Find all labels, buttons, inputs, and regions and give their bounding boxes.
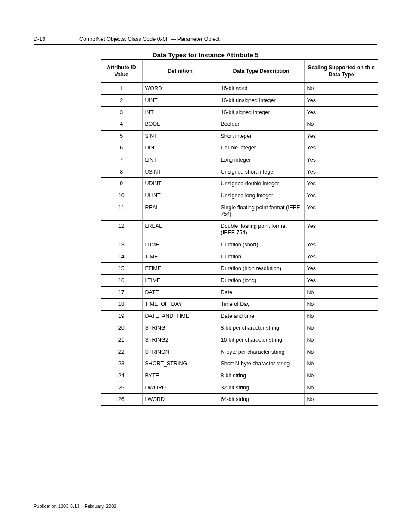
table-row: 22STRINGNN-byte per character stringNo	[101, 346, 378, 358]
cell-scaling: No	[304, 382, 378, 394]
cell-definition: DINT	[142, 142, 218, 154]
table-row: 24BYTE8-bit stringNo	[101, 370, 378, 382]
cell-attribute-id: 16	[101, 274, 142, 286]
publication-footer: Publication 1203-5.13 – February, 2002	[34, 504, 116, 509]
cell-description: Time of Day	[218, 299, 304, 311]
cell-definition: INT	[142, 106, 218, 118]
table-row: 15FTIMEDuration (high resolution)Yes	[101, 263, 378, 275]
cell-definition: BYTE	[142, 370, 218, 382]
cell-scaling: Yes	[304, 178, 378, 190]
cell-scaling: Yes	[304, 166, 378, 178]
table-row: 18TIME_OF_DAYTime of DayNo	[101, 299, 378, 311]
cell-attribute-id: 1	[101, 82, 142, 94]
table-row: 4BOOLBooleanNo	[101, 118, 378, 131]
cell-description: 16-bit per character string	[218, 334, 304, 346]
table-row: 14TIMEDurationYes	[101, 251, 378, 263]
cell-description: 16-bit signed integer	[218, 106, 304, 118]
cell-attribute-id: 2	[101, 94, 142, 106]
cell-scaling: No	[304, 394, 378, 406]
cell-definition: REAL	[142, 202, 218, 220]
table-row: 17DATEDateNo	[101, 286, 378, 299]
cell-definition: DATE	[142, 286, 218, 299]
cell-definition: STRING	[142, 322, 218, 334]
cell-attribute-id: 25	[101, 382, 142, 394]
table-row: 2UINT16-bit unsigned integerYes	[101, 94, 378, 106]
cell-description: Duration (short)	[218, 239, 304, 251]
cell-description: Unsigned double integer	[218, 178, 304, 190]
cell-scaling: Yes	[304, 106, 378, 118]
cell-scaling: No	[304, 82, 378, 94]
cell-attribute-id: 14	[101, 251, 142, 263]
cell-scaling: Yes	[304, 154, 378, 166]
cell-scaling: Yes	[304, 130, 378, 142]
cell-attribute-id: 3	[101, 106, 142, 118]
cell-description: Date	[218, 286, 304, 299]
cell-description: 32-bit string	[218, 382, 304, 394]
cell-definition: SHORT_STRING	[142, 358, 218, 370]
cell-scaling: Yes	[304, 94, 378, 106]
cell-scaling: No	[304, 370, 378, 382]
cell-description: 64-bit string	[218, 394, 304, 406]
cell-definition: USINT	[142, 166, 218, 178]
cell-attribute-id: 19	[101, 310, 142, 322]
table-row: 25DWORD32-bit stringNo	[101, 382, 378, 394]
cell-definition: LREAL	[142, 220, 218, 239]
cell-attribute-id: 26	[101, 394, 142, 406]
cell-definition: STRING2	[142, 334, 218, 346]
cell-attribute-id: 5	[101, 130, 142, 142]
table-row: 26LWORD64-bit stringNo	[101, 394, 378, 406]
cell-attribute-id: 6	[101, 142, 142, 154]
cell-definition: TIME	[142, 251, 218, 263]
cell-attribute-id: 8	[101, 166, 142, 178]
cell-description: Single floating point format (IEEE 754)	[218, 202, 304, 220]
cell-attribute-id: 9	[101, 178, 142, 190]
cell-attribute-id: 24	[101, 370, 142, 382]
table-row: 5SINTShort integerYes	[101, 130, 378, 142]
table-row: 20STRING8-bit per character stringNo	[101, 322, 378, 334]
cell-definition: WORD	[142, 82, 218, 94]
cell-attribute-id: 7	[101, 154, 142, 166]
cell-description: Boolean	[218, 118, 304, 131]
cell-description: Short N-byte character string	[218, 358, 304, 370]
cell-scaling: Yes	[304, 251, 378, 263]
cell-definition: UINT	[142, 94, 218, 106]
section-heading: ControlNet Objects: Class Code 0x0F — Pa…	[79, 36, 377, 42]
cell-attribute-id: 4	[101, 118, 142, 131]
cell-definition: UDINT	[142, 178, 218, 190]
cell-description: Date and time	[218, 310, 304, 322]
cell-description: 16-bit word	[218, 82, 304, 94]
table-row: 6DINTDouble integerYes	[101, 142, 378, 154]
cell-description: Short integer	[218, 130, 304, 142]
cell-definition: ULINT	[142, 190, 218, 202]
cell-scaling: No	[304, 310, 378, 322]
cell-description: Double floating point format (IEEE 754)	[218, 220, 304, 239]
table-row: 7LINTLong integerYes	[101, 154, 378, 166]
cell-attribute-id: 17	[101, 286, 142, 299]
cell-description: Duration (long)	[218, 274, 304, 286]
cell-definition: TIME_OF_DAY	[142, 299, 218, 311]
table-row: 10ULINTUnsigned long integerYes	[101, 190, 378, 202]
cell-scaling: No	[304, 286, 378, 299]
cell-scaling: No	[304, 118, 378, 131]
cell-description: 8-bit string	[218, 370, 304, 382]
cell-attribute-id: 20	[101, 322, 142, 334]
cell-scaling: Yes	[304, 274, 378, 286]
page-header: D-16 ControlNet Objects: Class Code 0x0F…	[34, 36, 377, 45]
cell-attribute-id: 12	[101, 220, 142, 239]
cell-definition: LINT	[142, 154, 218, 166]
cell-scaling: Yes	[304, 239, 378, 251]
table-row: 16LTIMEDuration (long)Yes	[101, 274, 378, 286]
cell-scaling: Yes	[304, 263, 378, 275]
cell-definition: FTIME	[142, 263, 218, 275]
table-row: 19DATE_AND_TIMEDate and timeNo	[101, 310, 378, 322]
cell-attribute-id: 10	[101, 190, 142, 202]
table-row: 9UDINTUnsigned double integerYes	[101, 178, 378, 190]
cell-definition: DWORD	[142, 382, 218, 394]
table-row: 23SHORT_STRINGShort N-byte character str…	[101, 358, 378, 370]
cell-description: Unsigned short integer	[218, 166, 304, 178]
cell-scaling: Yes	[304, 142, 378, 154]
cell-description: N-byte per character string	[218, 346, 304, 358]
table-row: 21STRING216-bit per character stringNo	[101, 334, 378, 346]
page-number-label: D-16	[34, 36, 79, 42]
cell-attribute-id: 22	[101, 346, 142, 358]
